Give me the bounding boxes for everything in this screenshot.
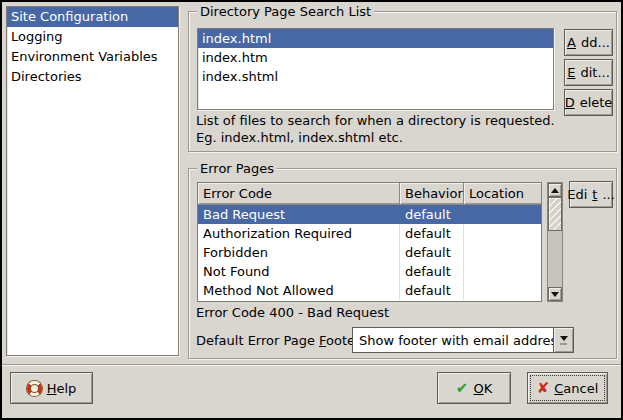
- sidebar-item[interactable]: Site Configuration: [7, 7, 178, 27]
- footer-combobox[interactable]: Show footer with email address: [352, 327, 574, 353]
- sidebar-item[interactable]: Directories: [7, 67, 178, 87]
- error-pages-frame: Error Pages Error Code Behavior Location…: [188, 168, 617, 359]
- combo-arrow-button[interactable]: [553, 328, 573, 352]
- cell-location: [464, 205, 541, 224]
- cell-behavior: default: [400, 281, 464, 300]
- error-pages-legend: Error Pages: [197, 161, 277, 176]
- category-list[interactable]: Site Configuration Logging Environment V…: [6, 6, 179, 356]
- ok-button-label: OK: [473, 381, 492, 396]
- add-button[interactable]: Add...: [564, 29, 613, 56]
- site-configuration-dialog: Site Configuration Logging Environment V…: [0, 0, 623, 420]
- separator: [2, 364, 621, 366]
- file-list[interactable]: index.html index.htm index.shtml: [197, 28, 554, 110]
- table-row[interactable]: Not Found default: [198, 262, 541, 281]
- lifebuoy-icon: [27, 381, 42, 396]
- edit-error-button[interactable]: Edit...: [569, 181, 613, 208]
- cell-error-code: Bad Request: [198, 205, 400, 224]
- description-line-2: Eg. index.html, index.shtml etc.: [196, 130, 403, 146]
- description-line-1: List of files to search for when a direc…: [196, 113, 555, 129]
- cell-behavior: default: [400, 205, 464, 224]
- column-header-location[interactable]: Location: [464, 183, 541, 204]
- file-list-item[interactable]: index.html: [198, 29, 553, 48]
- cell-behavior: default: [400, 262, 464, 281]
- cancel-button[interactable]: ✘ Cancel: [527, 372, 608, 404]
- cell-behavior: default: [400, 224, 464, 243]
- error-table-body: Bad Request default Authorization Requir…: [198, 205, 541, 300]
- help-button[interactable]: Help: [10, 372, 93, 404]
- file-list-item[interactable]: index.htm: [198, 48, 553, 67]
- error-table[interactable]: Error Code Behavior Location Bad Request…: [197, 182, 542, 302]
- scroll-up-button[interactable]: [548, 183, 562, 197]
- cell-location: [464, 281, 541, 300]
- scroll-down-icon: [551, 292, 559, 297]
- sidebar-item[interactable]: Environment Variables: [7, 47, 178, 67]
- table-row[interactable]: Bad Request default: [198, 205, 541, 224]
- combo-selected-value: Show footer with email address: [353, 333, 553, 348]
- footer-label: Default Error Page Footer:: [196, 333, 365, 348]
- check-icon: ✔: [456, 381, 469, 396]
- directory-search-frame: Directory Page Search List index.html in…: [188, 11, 617, 152]
- cell-location: [464, 262, 541, 281]
- cancel-button-label: Cancel: [554, 381, 598, 396]
- error-table-header: Error Code Behavior Location: [198, 183, 541, 205]
- column-header-error-code[interactable]: Error Code: [198, 183, 400, 204]
- cell-error-code: Forbidden: [198, 243, 400, 262]
- error-status-text: Error Code 400 - Bad Request: [196, 305, 389, 320]
- sidebar-item[interactable]: Logging: [7, 27, 178, 47]
- scroll-down-button[interactable]: [548, 287, 562, 301]
- directory-search-legend: Directory Page Search List: [197, 4, 374, 19]
- cell-location: [464, 243, 541, 262]
- column-header-behavior[interactable]: Behavior: [400, 183, 464, 204]
- chevron-down-icon: [560, 336, 568, 341]
- cell-error-code: Not Found: [198, 262, 400, 281]
- cell-behavior: default: [400, 243, 464, 262]
- cell-error-code: Authorization Required: [198, 224, 400, 243]
- scroll-up-icon: [551, 188, 559, 193]
- table-row[interactable]: Method Not Allowed default: [198, 281, 541, 300]
- help-button-label: Help: [47, 381, 77, 396]
- edit-button[interactable]: Edit...: [564, 59, 613, 86]
- delete-button[interactable]: Delete: [564, 89, 613, 116]
- cell-location: [464, 224, 541, 243]
- scrollbar-thumb[interactable]: [548, 197, 562, 231]
- combo-arrow-bar: [560, 343, 567, 345]
- file-list-item[interactable]: index.shtml: [198, 67, 553, 86]
- table-row[interactable]: Authorization Required default: [198, 224, 541, 243]
- vertical-scrollbar[interactable]: [547, 182, 563, 302]
- x-icon: ✘: [537, 381, 550, 396]
- ok-button[interactable]: ✔ OK: [437, 372, 511, 404]
- cell-error-code: Method Not Allowed: [198, 281, 400, 300]
- table-row[interactable]: Forbidden default: [198, 243, 541, 262]
